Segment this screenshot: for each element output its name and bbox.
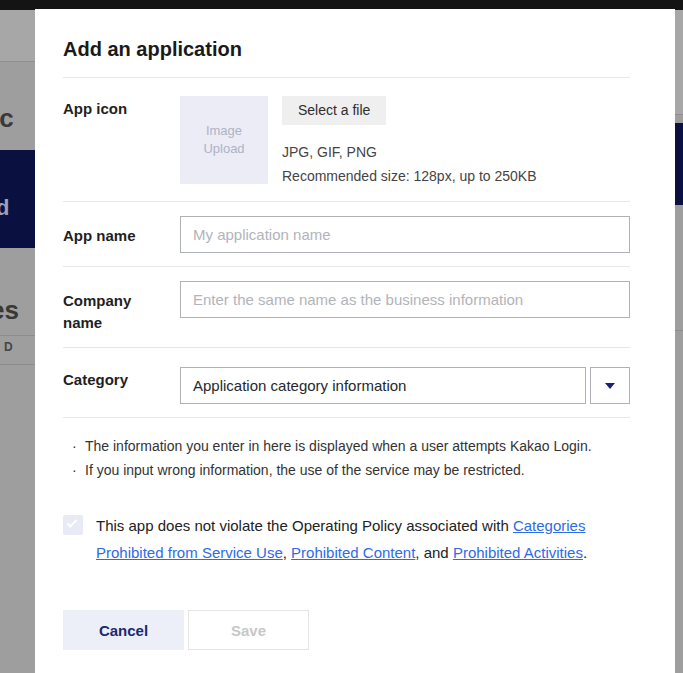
upload-formats-hint: JPG, GIF, PNG (282, 140, 537, 164)
category-dropdown-button[interactable] (590, 367, 630, 404)
policy-text-after: . (583, 544, 587, 561)
backdrop-right-strip (675, 10, 683, 673)
save-button[interactable]: Save (188, 610, 309, 650)
backdrop-text-fragment: D (4, 340, 13, 354)
link-prohibited-activities[interactable]: Prohibited Activities (453, 544, 583, 561)
note-text: If you input wrong information, the use … (85, 458, 525, 482)
policy-text-before: This app does not violate the Operating … (96, 517, 513, 534)
app-name-input[interactable] (180, 216, 630, 253)
category-label: Category (63, 367, 180, 404)
backdrop-right-divider (675, 330, 683, 331)
backdrop-text-fragment: es (0, 295, 19, 326)
chevron-down-icon (605, 383, 615, 389)
upload-placeholder-line2: Upload (203, 140, 244, 158)
policy-separator: , and (415, 544, 453, 561)
modal-footer: Cancel Save (63, 610, 630, 650)
image-upload-dropzone[interactable]: Image Upload (180, 96, 268, 184)
company-name-row: Company name (63, 267, 630, 347)
cancel-button[interactable]: Cancel (63, 610, 184, 650)
upload-placeholder-line1: Image (206, 122, 242, 140)
select-file-button[interactable]: Select a file (282, 96, 386, 125)
bullet-icon: · (72, 458, 85, 482)
backdrop-text-fragment: ic (0, 103, 14, 134)
app-name-label: App name (63, 216, 180, 253)
policy-text: This app does not violate the Operating … (96, 512, 630, 566)
backdrop-left-divider (0, 364, 35, 365)
category-row: Category Application category informatio… (63, 348, 630, 417)
app-name-row: App name (63, 202, 630, 266)
upload-hints: JPG, GIF, PNG Recommended size: 128px, u… (282, 140, 537, 188)
note-text: The information you enter in here is dis… (85, 434, 592, 458)
bullet-icon: · (72, 434, 85, 458)
info-notes: · The information you enter in here is d… (63, 434, 630, 482)
checkmark-icon (67, 517, 78, 528)
category-selected-value: Application category information (193, 377, 406, 394)
upload-size-hint: Recommended size: 128px, up to 250KB (282, 164, 537, 188)
app-icon-row: App icon Image Upload Select a file JPG,… (63, 78, 630, 201)
backdrop-right-header (675, 10, 683, 115)
category-select[interactable]: Application category information (180, 367, 586, 404)
divider (63, 417, 630, 418)
policy-separator: , (283, 544, 291, 561)
screen: ic d es D Add an application App icon Im… (0, 0, 683, 673)
modal-title: Add an application (63, 38, 630, 61)
link-prohibited-content[interactable]: Prohibited Content (291, 544, 415, 561)
app-icon-label: App icon (63, 96, 180, 188)
backdrop-left-strip: ic d es D (0, 10, 35, 673)
backdrop-right-navy-block (675, 123, 683, 205)
company-name-label: Company name (63, 281, 180, 334)
note-item: · If you input wrong information, the us… (72, 458, 630, 482)
backdrop-left-header (0, 10, 35, 62)
company-name-input[interactable] (180, 281, 630, 318)
note-item: · The information you enter in here is d… (72, 434, 630, 458)
policy-checkbox[interactable] (63, 515, 83, 535)
backdrop-left-divider (0, 335, 35, 336)
add-application-modal: Add an application App icon Image Upload… (35, 9, 675, 673)
backdrop-text-fragment: d (0, 195, 9, 221)
policy-agreement-row: This app does not violate the Operating … (63, 512, 630, 566)
